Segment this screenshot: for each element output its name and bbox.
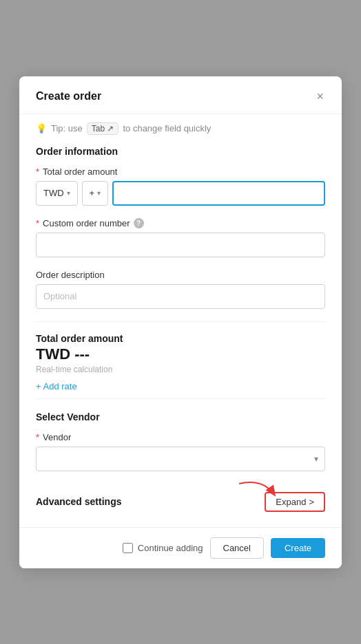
expand-icon: > xyxy=(309,497,314,507)
tab-badge: Tab ↗ xyxy=(87,122,119,135)
total-amount-required-star: * xyxy=(36,167,39,177)
amount-input[interactable] xyxy=(112,181,325,206)
real-time-label: Real-time calculation xyxy=(36,365,325,374)
red-arrow-svg xyxy=(225,478,287,506)
tip-bar: 💡 Tip: use Tab ↗ to change field quickly xyxy=(36,114,325,144)
total-display-label: Total order amount xyxy=(36,333,325,344)
order-description-field-group: Order description xyxy=(36,270,325,309)
close-button[interactable]: × xyxy=(315,89,325,104)
custom-order-number-input[interactable] xyxy=(36,233,325,257)
total-amount-label-text: Total order amount xyxy=(43,167,117,177)
total-display-section: Total order amount TWD --- Real-time cal… xyxy=(36,333,325,391)
total-display-amount: TWD --- xyxy=(36,345,325,363)
vendor-label-text: Vendor xyxy=(43,432,71,442)
advanced-settings-container: Advanced settings Expand > xyxy=(36,485,325,516)
continue-adding-text: Continue adding xyxy=(138,543,203,553)
sign-value: + xyxy=(90,188,95,198)
divider-2 xyxy=(36,398,325,399)
vendor-field-group: * Vendor ▾ xyxy=(36,432,325,471)
advanced-settings-label: Advanced settings xyxy=(36,496,121,507)
order-description-input[interactable] xyxy=(36,284,325,309)
vendor-select[interactable] xyxy=(36,447,325,471)
order-description-label-text: Order description xyxy=(36,270,105,280)
modal-body: 💡 Tip: use Tab ↗ to change field quickly… xyxy=(19,114,342,527)
continue-adding-label[interactable]: Continue adding xyxy=(123,543,203,553)
tab-badge-label: Tab ↗ xyxy=(92,124,114,133)
sign-select[interactable]: + ▾ xyxy=(82,181,109,206)
create-order-modal: Create order × 💡 Tip: use Tab ↗ to chang… xyxy=(19,76,342,568)
add-rate-button[interactable]: + Add rate xyxy=(36,381,77,391)
currency-chevron-icon: ▾ xyxy=(67,189,70,197)
vendor-required-star: * xyxy=(36,432,39,442)
custom-order-number-label: * Custom order number ? xyxy=(36,218,325,228)
vendor-label: * Vendor xyxy=(36,432,325,442)
cancel-button[interactable]: Cancel xyxy=(210,537,264,559)
vendor-select-wrapper: ▾ xyxy=(36,447,325,471)
order-info-section-title: Order information xyxy=(36,144,325,157)
custom-order-number-field-group: * Custom order number ? xyxy=(36,218,325,257)
modal-header: Create order × xyxy=(19,76,342,114)
order-description-label: Order description xyxy=(36,270,325,280)
create-button[interactable]: Create xyxy=(271,538,325,558)
total-amount-label: * Total order amount xyxy=(36,167,325,177)
select-vendor-section-title: Select Vendor xyxy=(36,410,325,422)
tip-suffix: to change field quickly xyxy=(123,123,211,133)
tip-text: Tip: use xyxy=(51,123,83,133)
total-amount-row: TWD ▾ + ▾ xyxy=(36,181,325,206)
custom-order-label-text: Custom order number xyxy=(43,218,130,228)
continue-adding-checkbox[interactable] xyxy=(123,543,133,553)
select-vendor-section: Select Vendor * Vendor ▾ xyxy=(36,410,325,471)
modal-title: Create order xyxy=(36,90,101,103)
currency-select[interactable]: TWD ▾ xyxy=(36,181,78,206)
custom-order-help-icon[interactable]: ? xyxy=(134,218,144,228)
currency-value: TWD xyxy=(43,188,64,198)
sign-chevron-icon: ▾ xyxy=(97,189,101,197)
divider-1 xyxy=(36,321,325,322)
custom-order-required-star: * xyxy=(36,218,39,228)
modal-footer: Continue adding Cancel Create xyxy=(19,527,342,568)
tip-icon: 💡 xyxy=(36,123,47,133)
total-amount-field-group: * Total order amount TWD ▾ + ▾ xyxy=(36,167,325,206)
add-rate-label: + Add rate xyxy=(36,381,77,391)
